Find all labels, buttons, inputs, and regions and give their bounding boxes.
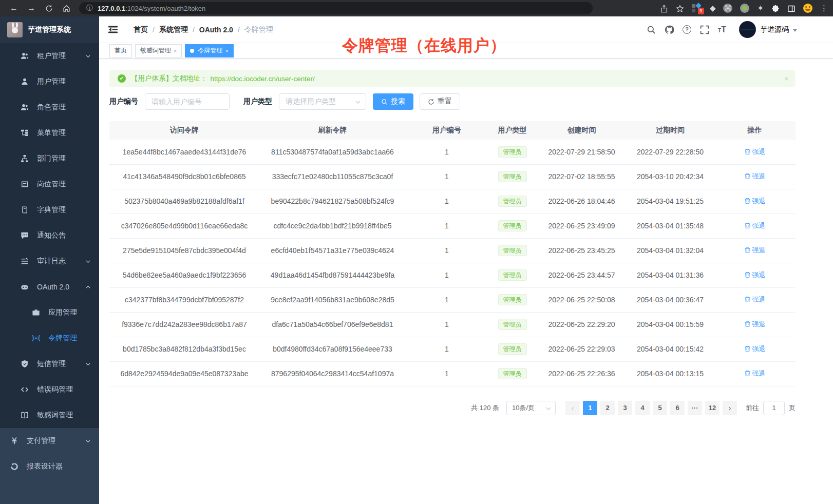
force-logout-button[interactable]: 强退: [744, 172, 766, 181]
sidebar-item-sensitive-word[interactable]: 敏感词管理: [0, 402, 99, 428]
url-host: 127.0.0.1: [98, 5, 125, 12]
force-logout-button[interactable]: 强退: [744, 221, 766, 230]
trash-icon: [744, 370, 751, 377]
profile-avatar-icon[interactable]: [803, 4, 812, 13]
force-logout-button[interactable]: 强退: [744, 369, 766, 378]
chevron-down-icon: [85, 438, 91, 444]
force-logout-button[interactable]: 强退: [744, 197, 766, 206]
force-logout-button[interactable]: 强退: [744, 295, 766, 304]
sidebar-item-notice[interactable]: 通知公告: [0, 223, 99, 248]
command-extension-icon[interactable]: ⌘: [723, 4, 732, 13]
prev-page-button[interactable]: ‹: [565, 401, 580, 415]
user-type-badge: 管理员: [498, 171, 527, 182]
page-button-5[interactable]: 5: [653, 401, 667, 415]
chevron-down-icon: [85, 361, 91, 367]
split-view-icon[interactable]: [787, 4, 796, 13]
sidebar-item-pay[interactable]: 支付管理: [0, 428, 99, 454]
tab-token[interactable]: 令牌管理×: [185, 44, 233, 57]
user-menu[interactable]: 芋道源码: [739, 21, 797, 38]
breadcrumb-separator: /: [153, 26, 155, 34]
user-id-input[interactable]: [145, 93, 230, 110]
browser-forward-button[interactable]: →: [23, 4, 40, 13]
next-page-button[interactable]: ›: [723, 401, 737, 415]
table-row: 502375b8040a469a9b82188afdf6af1fbe90422b…: [109, 189, 796, 214]
force-logout-button[interactable]: 强退: [744, 147, 766, 157]
breadcrumb-oauth2[interactable]: OAuth 2.0: [199, 26, 233, 34]
breadcrumb-separator: /: [193, 26, 195, 34]
puzzle-extensions-icon[interactable]: [771, 4, 780, 13]
sidebar-item-oauth2-app[interactable]: 应用管理: [0, 300, 99, 325]
force-logout-button[interactable]: 强退: [744, 344, 766, 354]
force-logout-button[interactable]: 强退: [744, 320, 766, 329]
force-logout-button[interactable]: 强退: [744, 270, 766, 280]
help-icon[interactable]: ?: [683, 25, 691, 34]
table-header-row: 访问令牌 刷新令牌 用户编号 用户类型 创建时间 过期时间 操作: [109, 121, 796, 140]
user-type-select[interactable]: 请选择用户类型: [279, 93, 366, 110]
browser-back-button[interactable]: ←: [5, 4, 23, 13]
doc-link[interactable]: https://doc.iocoder.cn/user-center/: [211, 75, 315, 83]
header-search-icon[interactable]: [647, 25, 656, 34]
green-star-extension-icon[interactable]: ✶: [757, 4, 764, 13]
sidebar-item-post[interactable]: 岗位管理: [0, 171, 99, 197]
page-button-12[interactable]: 12: [705, 401, 720, 415]
browser-home-button[interactable]: [58, 4, 75, 13]
sidebar-item-dict[interactable]: 字典管理: [0, 197, 99, 223]
table-row: 275e5de9151045fe87cbdc395e004f4de6cfd40e…: [109, 238, 796, 263]
close-icon[interactable]: ×: [174, 48, 177, 54]
more-pages-button[interactable]: ···: [688, 401, 702, 415]
breadcrumb-current: 令牌管理: [244, 25, 273, 34]
sidebar-item-report-designer[interactable]: 报表设计器: [0, 454, 99, 479]
dot-extension-icon[interactable]: [740, 4, 749, 13]
chevron-up-icon: [85, 284, 91, 290]
sidebar-fold-icon[interactable]: [108, 25, 118, 34]
breadcrumb-system[interactable]: 系统管理: [159, 25, 188, 34]
user-type-badge: 管理员: [498, 319, 527, 330]
sidebar-item-sms[interactable]: 短信管理: [0, 351, 99, 377]
browser-menu-icon[interactable]: ⋮: [820, 4, 828, 13]
sidebar-item-audit-log[interactable]: 审计日志: [0, 248, 99, 274]
extension-cluster-icon[interactable]: 9: [692, 4, 702, 13]
sidebar-item-oauth2[interactable]: OAuth 2.0: [0, 274, 99, 300]
search-button[interactable]: 搜索: [373, 93, 413, 110]
alert-close-icon[interactable]: ×: [784, 75, 788, 83]
app-title: 芋道管理系统: [28, 25, 71, 34]
page-size-select[interactable]: 10条/页: [506, 401, 556, 415]
col-create-time: 创建时间: [537, 121, 627, 140]
sidebar-item-role[interactable]: 角色管理: [0, 94, 99, 120]
page-button-1[interactable]: 1: [583, 401, 597, 415]
address-bar[interactable]: ⓘ 127.0.0.1:1024/system/oauth2/token: [79, 2, 593, 14]
sidebar-item-menu[interactable]: 菜单管理: [0, 120, 99, 146]
tab-sensitive-word[interactable]: 敏感词管理×: [135, 44, 182, 57]
col-refresh-token: 刷新令牌: [259, 121, 406, 140]
page-button-6[interactable]: 6: [670, 401, 685, 415]
chevron-down-icon: [85, 259, 91, 264]
bookmark-star-icon[interactable]: [676, 4, 684, 13]
force-logout-button[interactable]: 强退: [744, 246, 766, 255]
tags-view-bar: 首页 敏感词管理× 令牌管理×: [99, 43, 833, 59]
app-logo[interactable]: 芋道管理系统: [0, 16, 99, 43]
font-size-icon[interactable]: TT: [718, 25, 726, 34]
page-button-2[interactable]: 2: [600, 401, 615, 415]
fullscreen-icon[interactable]: [700, 25, 709, 34]
sidebar-item-error-code[interactable]: 错误码管理: [0, 377, 99, 402]
sidebar-item-oauth2-token[interactable]: 令牌管理: [0, 325, 99, 351]
sidebar-item-tenant[interactable]: 租户管理: [0, 43, 99, 69]
sidebar-item-dept[interactable]: 部门管理: [0, 146, 99, 171]
close-icon[interactable]: ×: [225, 48, 228, 54]
user-type-badge: 管理员: [498, 196, 527, 207]
page-button-4[interactable]: 4: [635, 401, 650, 415]
sidebar-item-user[interactable]: 用户管理: [0, 69, 99, 94]
sidebar-menu: 租户管理 用户管理 角色管理 菜单管理 部门管理 岗位管理 字典管理 通知公告 …: [0, 43, 99, 504]
site-info-icon[interactable]: ⓘ: [86, 4, 93, 13]
tab-home[interactable]: 首页: [109, 44, 132, 57]
gem-extension-icon[interactable]: ◆: [710, 4, 716, 13]
user-type-badge: 管理员: [498, 343, 527, 355]
github-icon[interactable]: [665, 25, 674, 34]
logo-avatar: [7, 22, 23, 37]
goto-page-input[interactable]: [763, 401, 785, 415]
page-button-3[interactable]: 3: [618, 401, 632, 415]
browser-reload-button[interactable]: [40, 4, 58, 13]
reset-button[interactable]: 重置: [420, 93, 460, 110]
breadcrumb-home[interactable]: 首页: [134, 25, 148, 34]
share-icon[interactable]: [660, 4, 668, 13]
